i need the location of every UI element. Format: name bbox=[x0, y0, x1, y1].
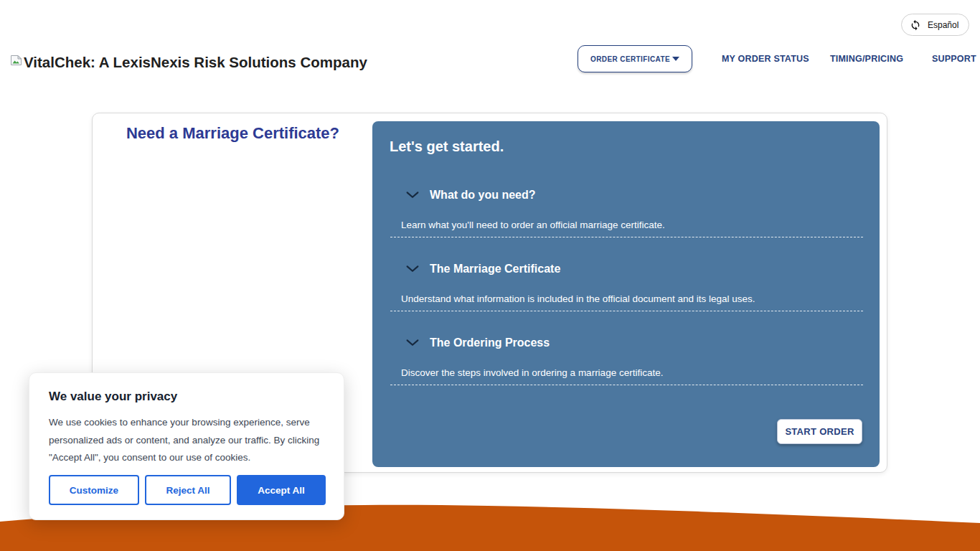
start-order-button[interactable]: START ORDER bbox=[777, 419, 862, 444]
accordion-section-marriage-certificate: The Marriage Certificate Understand what… bbox=[390, 261, 863, 311]
cookie-consent-dialog: We value your privacy We use cookies to … bbox=[29, 372, 344, 520]
nav-timing-pricing[interactable]: TIMING/PRICING bbox=[830, 54, 903, 64]
accordion-section-ordering-process: The Ordering Process Discover the steps … bbox=[390, 335, 863, 385]
order-certificate-dropdown[interactable]: ORDER CERTIFICATE bbox=[578, 45, 692, 72]
get-started-panel: Let's get started. What do you need? Lea… bbox=[372, 121, 880, 467]
section-description: Learn what you'll need to order an offic… bbox=[401, 220, 863, 232]
logo-link[interactable]: VitalChek: A LexisNexis Risk Solutions C… bbox=[10, 53, 367, 72]
logo-alt-text: VitalChek: A LexisNexis Risk Solutions C… bbox=[24, 53, 367, 72]
nav-support[interactable]: SUPPORT bbox=[932, 54, 976, 64]
cookie-message: We use cookies to enhance your browsing … bbox=[49, 414, 322, 467]
dashed-divider bbox=[390, 237, 863, 237]
language-toggle-button[interactable]: Español bbox=[901, 14, 969, 36]
section-title: What do you need? bbox=[430, 189, 536, 202]
cookie-customize-button[interactable]: Customize bbox=[49, 475, 139, 505]
cookie-accept-all-button[interactable]: Accept All bbox=[237, 475, 326, 505]
section-title: The Marriage Certificate bbox=[430, 263, 560, 276]
section-description: Understand what information is included … bbox=[401, 293, 863, 306]
accordion-toggle-what-you-need[interactable]: What do you need? bbox=[405, 187, 863, 203]
cookie-button-row: Customize Reject All Accept All bbox=[49, 475, 326, 505]
accordion-section-what-you-need: What do you need? Learn what you'll need… bbox=[390, 187, 863, 237]
order-certificate-label: ORDER CERTIFICATE bbox=[590, 55, 670, 63]
cookie-title: We value your privacy bbox=[49, 390, 344, 404]
section-title: The Ordering Process bbox=[430, 336, 550, 349]
panel-title: Let's get started. bbox=[390, 138, 504, 155]
caret-down-icon bbox=[672, 57, 679, 61]
cookie-reject-all-button[interactable]: Reject All bbox=[145, 475, 231, 505]
dashed-divider bbox=[390, 311, 863, 311]
section-description: Discover the steps involved in ordering … bbox=[401, 367, 863, 380]
broken-image-icon bbox=[10, 53, 22, 66]
chevron-down-icon bbox=[405, 187, 420, 203]
language-toggle-label: Español bbox=[928, 20, 958, 30]
sync-icon bbox=[910, 19, 921, 31]
chevron-down-icon bbox=[405, 335, 420, 351]
chevron-down-icon bbox=[405, 261, 420, 277]
page-title: Need a Marriage Certificate? bbox=[93, 124, 373, 143]
accordion-sections: What do you need? Learn what you'll need… bbox=[390, 179, 863, 385]
dashed-divider bbox=[390, 385, 863, 385]
accordion-toggle-ordering-process[interactable]: The Ordering Process bbox=[405, 335, 863, 351]
nav-my-order-status[interactable]: MY ORDER STATUS bbox=[722, 54, 809, 64]
accordion-toggle-marriage-certificate[interactable]: The Marriage Certificate bbox=[405, 261, 863, 277]
